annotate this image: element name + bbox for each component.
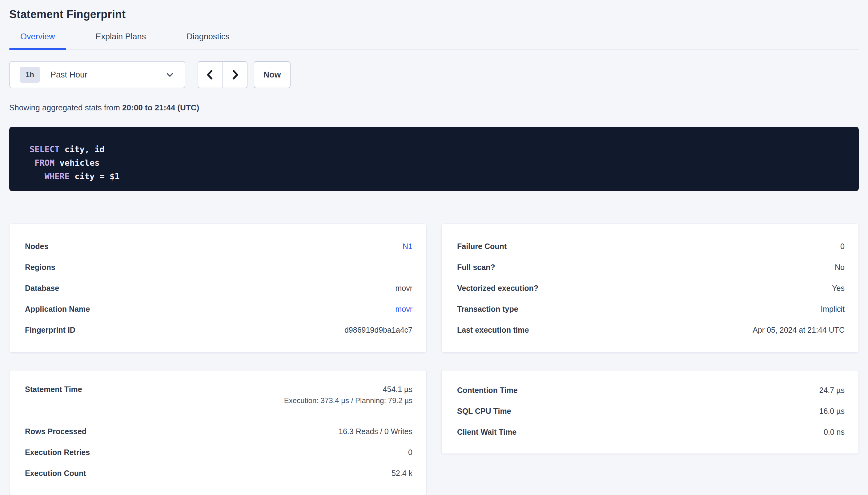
sql-text: vehicles: [54, 158, 99, 168]
stat-value: 0: [408, 448, 412, 457]
sql-statement-box: SELECT city, id FROM vehicles WHERE city…: [9, 127, 859, 191]
sql-text: [30, 172, 45, 181]
stat-value-wrap: 0: [840, 242, 845, 251]
stat-value-wrap: No: [835, 263, 845, 272]
wait-time-card: Contention Time24.7 µsSQL CPU Time16.0 µ…: [441, 370, 859, 454]
stat-row: Transaction typeImplicit: [457, 298, 845, 320]
stat-label: Failure Count: [457, 242, 507, 251]
stat-value: Implicit: [821, 305, 845, 313]
stat-row: Rows Processed16.3 Reads / 0 Writes: [25, 421, 412, 442]
stat-value: No: [835, 263, 845, 272]
stat-value-wrap: Implicit: [821, 305, 845, 313]
stat-label: Last execution time: [457, 326, 529, 335]
sql-line: WHERE city = $1: [30, 170, 838, 183]
stat-row: Statement Time454.1 µsExecution: 373.4 µ…: [25, 380, 412, 413]
stat-value: 0: [840, 242, 845, 251]
stat-value-wrap: Yes: [832, 284, 845, 293]
tab-bar: Overview Explain Plans Diagnostics: [9, 32, 859, 50]
stat-label: Regions: [25, 263, 55, 272]
stat-value: 0.0 ns: [824, 428, 845, 437]
stat-row: Application Namemovr: [25, 298, 412, 320]
stat-row: Databasemovr: [25, 278, 412, 298]
chevron-down-icon: [166, 70, 174, 79]
next-interval-button[interactable]: [223, 62, 247, 88]
stat-value: movr: [395, 284, 412, 293]
time-range-label: Past Hour: [50, 70, 166, 80]
stat-subvalue: Execution: 373.4 µs / Planning: 79.2 µs: [284, 396, 412, 405]
stat-value-wrap: d986919d9ba1a4c7: [344, 326, 412, 335]
stat-label: Execution Count: [25, 469, 86, 478]
stat-value-wrap: 52.4 k: [392, 469, 412, 478]
statement-fingerprint-page: Statement Fingerprint Overview Explain P…: [0, 0, 868, 495]
stat-label: Application Name: [25, 305, 90, 313]
chevron-right-icon: [229, 69, 241, 81]
aggregated-stats-line: Showing aggregated stats from 20:00 to 2…: [9, 103, 859, 113]
stat-row: Last execution timeApr 05, 2024 at 21:44…: [457, 320, 845, 340]
stat-value-wrap: 454.1 µsExecution: 373.4 µs / Planning: …: [284, 385, 412, 405]
stat-row: Execution Retries0: [25, 442, 412, 463]
stat-label: Database: [25, 284, 59, 293]
sql-line: SELECT city, id: [30, 143, 838, 156]
stat-value: Yes: [832, 284, 845, 293]
summary-cards-grid: NodesN1RegionsDatabasemovrApplication Na…: [9, 223, 859, 495]
stat-label: Statement Time: [25, 385, 82, 394]
page-title: Statement Fingerprint: [9, 8, 859, 21]
statement-timing-card: Statement Time454.1 µsExecution: 373.4 µ…: [9, 370, 427, 495]
stat-label: SQL CPU Time: [457, 407, 511, 416]
tab-overview[interactable]: Overview: [9, 32, 66, 49]
stat-row: Contention Time24.7 µs: [457, 380, 845, 400]
stat-label: Contention Time: [457, 386, 518, 395]
stat-row: SQL CPU Time16.0 µs: [457, 400, 845, 422]
stat-value-wrap: N1: [403, 242, 412, 251]
stat-label: Execution Retries: [25, 448, 90, 457]
sql-text: city = $1: [69, 172, 120, 181]
stat-value: 16.0 µs: [819, 407, 845, 416]
stat-value-wrap: 0: [408, 448, 412, 457]
prev-interval-button[interactable]: [198, 62, 223, 88]
sql-text: [30, 158, 34, 168]
stat-value-wrap: 16.3 Reads / 0 Writes: [339, 427, 412, 436]
sql-text: city, id: [60, 144, 105, 154]
stat-row: Full scan?No: [457, 257, 845, 278]
stats-line-prefix: Showing aggregated stats from: [9, 103, 122, 112]
stat-row: Client Wait Time0.0 ns: [457, 422, 845, 442]
now-button[interactable]: Now: [253, 61, 291, 88]
stat-row: Fingerprint IDd986919d9ba1a4c7: [25, 320, 412, 340]
stat-row: Failure Count0: [457, 236, 845, 257]
stat-value: 454.1 µs: [284, 385, 412, 394]
stat-value: 24.7 µs: [819, 386, 845, 395]
time-range-select[interactable]: 1h Past Hour: [9, 61, 185, 88]
stat-row: NodesN1: [25, 236, 412, 257]
stat-value-wrap: 24.7 µs: [819, 386, 845, 395]
stat-value-link[interactable]: movr: [395, 305, 412, 313]
stat-label: Fingerprint ID: [25, 326, 76, 335]
statement-details-card: NodesN1RegionsDatabasemovrApplication Na…: [9, 223, 427, 353]
execution-attributes-card: Failure Count0Full scan?NoVectorized exe…: [441, 223, 859, 353]
duration-badge: 1h: [20, 67, 40, 83]
stat-row: Regions: [25, 257, 412, 278]
stat-value-wrap: Apr 05, 2024 at 21:44 UTC: [753, 326, 845, 335]
stat-value-wrap: movr: [395, 284, 412, 293]
time-pager: [198, 61, 247, 88]
stat-value-wrap: 0.0 ns: [824, 428, 845, 437]
stat-value-wrap: 16.0 µs: [819, 407, 845, 416]
sql-keyword: WHERE: [45, 172, 69, 181]
stat-value: 16.3 Reads / 0 Writes: [339, 427, 412, 436]
stat-label: Vectorized execution?: [457, 284, 538, 293]
stat-label: Rows Processed: [25, 427, 86, 436]
stat-value-wrap: movr: [395, 305, 412, 313]
stat-label: Nodes: [25, 242, 48, 251]
stat-row: Execution Count52.4 k: [25, 463, 412, 484]
sql-keyword: SELECT: [30, 144, 60, 154]
stat-label: Transaction type: [457, 305, 518, 313]
tab-diagnostics[interactable]: Diagnostics: [176, 32, 241, 49]
stat-value-link[interactable]: N1: [403, 242, 412, 251]
stat-value: d986919d9ba1a4c7: [344, 326, 412, 335]
tab-explain-plans[interactable]: Explain Plans: [85, 32, 157, 49]
stat-value: 52.4 k: [392, 469, 412, 478]
stats-line-range: 20:00 to 21:44 (UTC): [122, 103, 199, 112]
stat-label: Client Wait Time: [457, 428, 517, 437]
stat-row: Vectorized execution?Yes: [457, 278, 845, 298]
sql-line: FROM vehicles: [30, 156, 838, 170]
chevron-left-icon: [204, 69, 216, 81]
